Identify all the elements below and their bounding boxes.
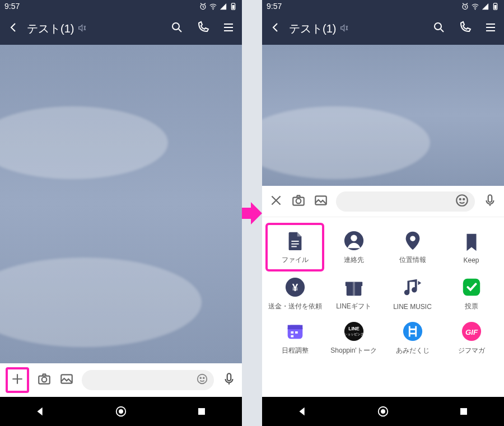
app-bar: テスト(1): [0, 12, 242, 45]
phone-right: 9:57 テスト(1): [262, 0, 504, 426]
battery-icon: [229, 2, 237, 11]
phone-left: 9:57 テスト(1): [0, 0, 242, 426]
attach-shopping[interactable]: LINEショッピング Shoppin'トーク: [324, 316, 383, 360]
wifi-icon: [209, 2, 217, 11]
gallery-button[interactable]: [314, 193, 328, 210]
attach-gift-label: LINEギフト: [336, 302, 371, 311]
emoji-icon[interactable]: [196, 373, 208, 387]
shopping-icon: LINEショッピング: [343, 320, 365, 343]
attachment-panel: ファイル 連絡先 位置情報 Keep ¥ 送金・送付を依頼: [262, 186, 504, 397]
input-bar: [0, 363, 242, 397]
svg-point-4: [172, 23, 179, 30]
chat-background: [0, 45, 242, 363]
svg-rect-37: [353, 282, 355, 296]
chat-background: [262, 45, 504, 186]
attach-amida-label: あみだくじ: [396, 346, 430, 355]
attach-shopping-label: Shoppin'トーク: [330, 346, 376, 355]
emoji-icon[interactable]: [455, 193, 469, 210]
panel-input-bar: [262, 186, 504, 217]
message-input[interactable]: [336, 191, 475, 212]
attach-poll-label: 投票: [465, 302, 478, 311]
attach-transfer-label: 送金・送付を依頼: [268, 302, 322, 311]
chat-title: テスト(1): [27, 21, 74, 36]
svg-point-19: [435, 23, 441, 30]
menu-button[interactable]: [484, 21, 497, 36]
music-icon: [402, 277, 424, 299]
battery-icon: [491, 2, 500, 11]
svg-rect-42: [295, 331, 298, 334]
calendar-icon: [284, 320, 306, 343]
nav-home[interactable]: [99, 405, 143, 418]
message-input[interactable]: [82, 370, 214, 390]
svg-point-24: [460, 198, 461, 199]
svg-point-13: [119, 409, 123, 413]
search-button[interactable]: [170, 21, 184, 36]
attach-gif[interactable]: GIF ジフマガ: [442, 316, 501, 360]
attach-file[interactable]: ファイル: [265, 223, 324, 271]
svg-text:ショッピング: ショッピング: [344, 333, 365, 336]
svg-point-10: [203, 377, 204, 378]
svg-point-16: [475, 8, 476, 10]
svg-point-25: [463, 198, 464, 199]
svg-rect-29: [291, 246, 297, 247]
attach-contact-label: 連絡先: [344, 255, 364, 265]
back-button[interactable]: [269, 21, 282, 36]
call-button[interactable]: [196, 21, 209, 36]
nav-home[interactable]: [361, 405, 405, 418]
nav-back[interactable]: [18, 405, 63, 418]
search-button[interactable]: [432, 21, 446, 36]
bookmark-icon: [460, 231, 483, 253]
nav-back[interactable]: [280, 405, 325, 418]
svg-rect-14: [199, 409, 205, 415]
attach-poll[interactable]: 投票: [442, 271, 501, 316]
svg-point-23: [456, 195, 468, 206]
attach-location-label: 位置情報: [399, 255, 426, 265]
arrow-icon: [241, 201, 263, 226]
mute-icon: [77, 22, 86, 35]
mic-button[interactable]: [222, 372, 236, 388]
gift-icon: [343, 276, 365, 298]
attach-music[interactable]: LINE MUSIC: [383, 271, 442, 316]
camera-button[interactable]: [291, 193, 306, 210]
svg-point-47: [403, 322, 422, 341]
svg-rect-18: [494, 5, 497, 9]
attach-schedule-label: 日程調整: [282, 346, 309, 355]
attach-gift[interactable]: LINEギフト: [324, 271, 383, 316]
status-icons: [461, 2, 500, 11]
wifi-icon: [471, 2, 479, 11]
svg-rect-40: [287, 325, 302, 330]
attach-amida[interactable]: あみだくじ: [383, 316, 442, 360]
back-button[interactable]: [7, 21, 20, 36]
alarm-icon: [461, 2, 469, 11]
svg-rect-52: [461, 409, 467, 415]
svg-text:LINE: LINE: [348, 326, 360, 331]
status-icons: [199, 2, 237, 11]
android-navbar: [0, 397, 242, 426]
svg-rect-11: [227, 373, 231, 381]
close-button[interactable]: [269, 193, 283, 210]
attach-schedule[interactable]: 日程調整: [265, 316, 324, 360]
mic-button[interactable]: [483, 193, 497, 210]
gallery-button[interactable]: [59, 372, 74, 388]
signal-icon: [219, 2, 227, 11]
transition-gap: [242, 0, 262, 426]
poll-icon: [460, 276, 483, 298]
status-bar: 9:57: [0, 0, 242, 12]
call-button[interactable]: [458, 21, 472, 36]
menu-button[interactable]: [222, 21, 235, 36]
svg-point-21: [296, 198, 301, 203]
attach-location[interactable]: 位置情報: [383, 223, 442, 271]
camera-button[interactable]: [37, 372, 52, 388]
alarm-icon: [199, 2, 207, 11]
nav-recent[interactable]: [179, 405, 224, 418]
attach-contact[interactable]: 連絡先: [324, 223, 383, 271]
attach-transfer[interactable]: ¥ 送金・送付を依頼: [265, 271, 324, 316]
nav-recent[interactable]: [441, 405, 486, 418]
signal-icon: [481, 2, 489, 11]
svg-text:GIF: GIF: [465, 328, 478, 336]
attach-keep[interactable]: Keep: [442, 223, 501, 271]
android-navbar: [262, 397, 504, 426]
svg-rect-28: [291, 244, 298, 245]
plus-button[interactable]: [6, 367, 29, 393]
app-bar: テスト(1): [262, 12, 504, 45]
